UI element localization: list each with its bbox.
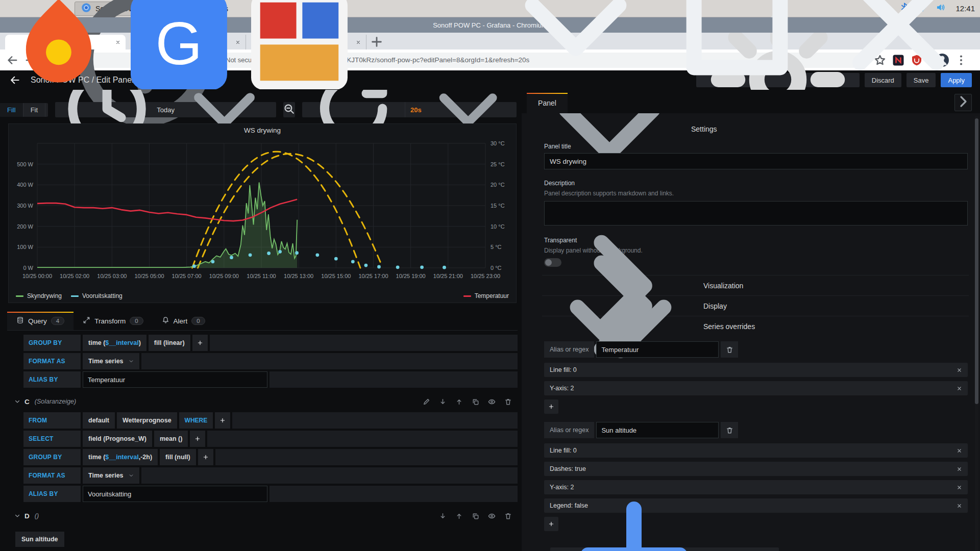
series-overrides-section-header[interactable]: Series overrides xyxy=(542,316,969,336)
query-row: ALIAS BY xyxy=(23,371,518,388)
close-icon[interactable] xyxy=(957,386,962,391)
svg-text:G: G xyxy=(156,10,203,77)
add-part-button[interactable] xyxy=(190,431,205,447)
options-scrollbar-thumb[interactable] xyxy=(975,118,978,404)
query-part-chip[interactable]: fill (null) xyxy=(160,449,196,465)
legend-item-skyndrywing[interactable]: Skyndrywing xyxy=(16,292,62,299)
browser-tab-translate[interactable]: G Google Vertaal xyxy=(126,35,246,49)
svg-text:10/25 13:00: 10/25 13:00 xyxy=(284,273,313,279)
tab-alert[interactable]: Alert0 xyxy=(153,312,214,330)
collapse-options-button[interactable] xyxy=(954,94,972,111)
alias-or-regex-input[interactable] xyxy=(596,341,719,358)
query-part-chip[interactable]: default xyxy=(83,412,115,429)
query-part-chip[interactable]: Wetterprognose xyxy=(117,412,177,429)
query-part-chip[interactable]: fill (linear) xyxy=(149,335,190,351)
bell-icon xyxy=(162,316,169,325)
override-property-label: Y-axis: 2 xyxy=(550,385,574,392)
close-icon[interactable] xyxy=(957,485,962,490)
svg-text:10/25 09:00: 10/25 09:00 xyxy=(209,273,239,279)
timeseries-chart[interactable]: 0 W100 W200 W300 W400 W500 W0 °C5 °C10 °… xyxy=(9,136,516,287)
arrow-up-icon[interactable] xyxy=(453,396,464,407)
query-row-keyword: FROM xyxy=(23,412,81,429)
alias-or-regex-input[interactable] xyxy=(596,422,719,438)
arrow-down-icon[interactable] xyxy=(437,396,448,407)
zoom-out-button[interactable] xyxy=(283,102,295,117)
close-icon[interactable] xyxy=(957,448,962,454)
eye-icon[interactable] xyxy=(486,396,497,407)
tab-panel[interactable]: Panel xyxy=(527,93,568,113)
svg-text:20 °C: 20 °C xyxy=(491,182,505,188)
svg-text:10/25 19:00: 10/25 19:00 xyxy=(396,273,426,279)
add-series-override-button[interactable]: Add series override xyxy=(550,547,779,551)
query-section-header-d[interactable]: D() xyxy=(14,508,513,523)
query-tab-count: 0 xyxy=(191,317,205,325)
refresh-interval-button[interactable]: 20s xyxy=(405,102,517,117)
close-icon[interactable] xyxy=(957,367,962,373)
query-tab-count: 0 xyxy=(130,317,143,325)
size-mode-exact[interactable]: Exact xyxy=(45,103,48,117)
query-actions xyxy=(437,510,513,521)
size-mode-fit[interactable]: Fit xyxy=(23,103,45,117)
svg-text:200 W: 200 W xyxy=(17,223,33,230)
legend-item-vooruitskatting[interactable]: Vooruitskatting xyxy=(71,292,122,299)
tab-close-icon[interactable] xyxy=(115,38,120,46)
query-ref-id: D xyxy=(24,512,30,520)
alias-by-input[interactable] xyxy=(83,486,267,502)
copy-icon[interactable] xyxy=(470,510,481,521)
time-range-picker[interactable]: Today xyxy=(55,102,276,117)
tab-query[interactable]: Query4 xyxy=(7,312,74,330)
browser-tab-solaranzeige[interactable]: Solaranzeige / PV-Monit xyxy=(246,35,366,49)
transparent-toggle[interactable] xyxy=(544,258,561,267)
remove-override-button[interactable] xyxy=(721,422,738,438)
settings-section-header[interactable]: Settings xyxy=(544,120,967,138)
size-mode-fill[interactable]: Fill xyxy=(0,103,23,117)
pencil-icon[interactable] xyxy=(421,396,432,407)
add-part-button[interactable] xyxy=(215,412,230,429)
format-as-select[interactable]: Time series xyxy=(83,353,139,369)
add-part-button[interactable] xyxy=(192,335,208,351)
query-part-chip[interactable]: mean () xyxy=(154,431,188,447)
tab-close-icon[interactable] xyxy=(356,38,361,46)
legend-item-temperatuur[interactable]: Temperatuur xyxy=(463,292,509,299)
add-part-button[interactable] xyxy=(198,449,213,465)
query-row: FROMdefaultWetterprognoseWHERE xyxy=(23,412,518,429)
query-part-chip[interactable]: field (Prognose_W) xyxy=(83,431,152,447)
copy-icon[interactable] xyxy=(470,396,481,407)
window-shade-icon[interactable] xyxy=(499,0,652,103)
query-part-chip[interactable]: time ($__interval) xyxy=(83,335,146,351)
description-textarea[interactable] xyxy=(544,201,968,226)
arrow-down-icon[interactable] xyxy=(437,510,448,521)
window-close-icon[interactable] xyxy=(822,0,975,103)
tab-close-icon[interactable] xyxy=(235,38,240,46)
trash-icon[interactable] xyxy=(502,510,513,521)
query-tab-label: Alert xyxy=(174,317,188,325)
query-part-chip[interactable]: Sun altitude xyxy=(15,532,64,547)
browser-tab-grafana[interactable]: Sonoff POW PC - Grafan xyxy=(5,35,126,49)
grafana-app: Sonoff POW PC / Edit Panel Discard Save … xyxy=(0,70,980,551)
alias-by-input[interactable] xyxy=(83,371,267,388)
new-tab-button[interactable] xyxy=(370,35,384,49)
close-icon[interactable] xyxy=(957,466,962,472)
trash-icon[interactable] xyxy=(502,396,513,407)
panel-title[interactable]: WS drywing xyxy=(9,124,516,136)
query-part-chip[interactable]: WHERE xyxy=(179,412,213,429)
override-property-label: Line fill: 0 xyxy=(550,366,577,373)
query-section-header-c[interactable]: C(Solaranzeige) xyxy=(14,394,513,409)
query-row-filler xyxy=(141,467,518,484)
window-maximize-icon[interactable] xyxy=(660,0,814,103)
arrow-up-icon[interactable] xyxy=(453,510,464,521)
add-override-property-button[interactable] xyxy=(544,517,558,531)
query-part-chip[interactable]: time ($__interval,-2h) xyxy=(83,449,158,465)
description-help: Panel description supports markdown and … xyxy=(544,190,967,197)
refresh-button[interactable] xyxy=(302,102,405,117)
remove-override-button[interactable] xyxy=(721,341,738,358)
format-as-select[interactable]: Time series xyxy=(83,467,139,484)
legend-label: Temperatuur xyxy=(475,292,509,299)
eye-icon[interactable] xyxy=(486,510,497,521)
tab-transform[interactable]: Transform0 xyxy=(74,312,152,330)
query-row-keyword: SELECT xyxy=(23,431,81,447)
svg-text:300 W: 300 W xyxy=(17,203,33,209)
panel-options-pane: Panel Settings Panel title Description P… xyxy=(522,90,980,551)
close-icon[interactable] xyxy=(957,503,962,509)
panel-title-input[interactable] xyxy=(544,153,968,169)
